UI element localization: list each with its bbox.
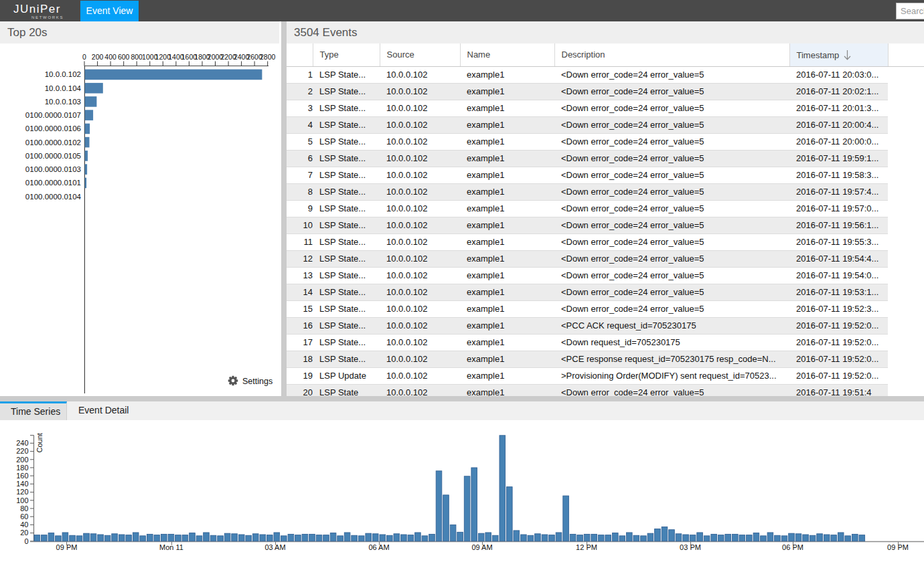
svg-text:600: 600 — [118, 53, 130, 61]
svg-text:240: 240 — [16, 439, 28, 447]
svg-text:10.0.0.104: 10.0.0.104 — [45, 84, 82, 92]
svg-text:60: 60 — [20, 512, 28, 521]
svg-text:0: 0 — [24, 537, 28, 545]
svg-text:0100.0000.0107: 0100.0000.0107 — [25, 111, 81, 119]
svg-text:03 PM: 03 PM — [680, 543, 701, 551]
svg-text:10.0.0.103: 10.0.0.103 — [45, 98, 81, 106]
svg-text:0100.0000.0105: 0100.0000.0105 — [25, 152, 81, 160]
svg-text:100: 100 — [16, 496, 28, 504]
svg-text:Mon 11: Mon 11 — [159, 543, 183, 551]
svg-text:09 PM: 09 PM — [887, 543, 909, 551]
svg-text:80: 80 — [20, 504, 28, 512]
svg-text:200: 200 — [92, 53, 104, 61]
svg-text:40: 40 — [20, 521, 28, 529]
svg-text:120: 120 — [16, 488, 28, 496]
svg-text:800: 800 — [131, 53, 143, 61]
svg-text:0100.0000.0106: 0100.0000.0106 — [25, 124, 81, 132]
svg-text:0100.0000.0103: 0100.0000.0103 — [25, 165, 81, 173]
svg-text:200: 200 — [16, 456, 28, 464]
svg-text:10.0.0.102: 10.0.0.102 — [45, 70, 81, 78]
svg-text:12 PM: 12 PM — [576, 543, 597, 551]
svg-text:0100.0000.0104: 0100.0000.0104 — [25, 193, 82, 201]
svg-text:140: 140 — [16, 480, 28, 488]
svg-text:Settings: Settings — [242, 377, 273, 386]
svg-text:160: 160 — [16, 472, 28, 480]
svg-text:06 AM: 06 AM — [368, 543, 389, 551]
svg-text:0100.0000.0101: 0100.0000.0101 — [25, 179, 81, 187]
svg-text:400: 400 — [104, 53, 117, 61]
svg-text:180: 180 — [16, 464, 28, 472]
svg-text:220: 220 — [16, 447, 28, 455]
svg-text:06 PM: 06 PM — [782, 543, 803, 551]
svg-text:Count: Count — [36, 433, 44, 452]
svg-text:0100.0000.0102: 0100.0000.0102 — [25, 138, 81, 147]
svg-text:20: 20 — [20, 529, 28, 537]
svg-text:0: 0 — [82, 53, 86, 61]
svg-text:03 AM: 03 AM — [264, 543, 285, 551]
svg-text:09 PM: 09 PM — [56, 543, 78, 551]
svg-text:09 AM: 09 AM — [471, 543, 492, 551]
svg-text:2800: 2800 — [260, 53, 276, 61]
